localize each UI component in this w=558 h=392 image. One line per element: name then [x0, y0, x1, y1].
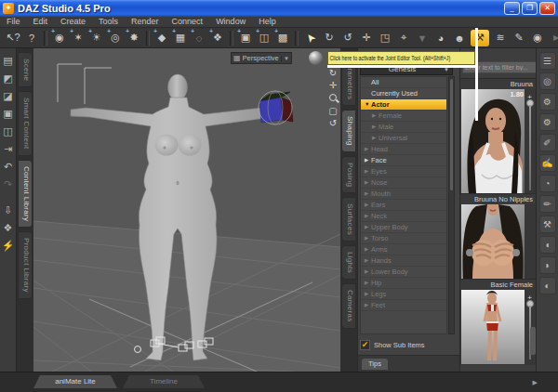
- tab-tips[interactable]: Tips: [362, 359, 388, 370]
- list-item-mouth[interactable]: ▶Mouth: [361, 189, 446, 200]
- tab-shaping[interactable]: Shaping: [341, 110, 356, 151]
- menu-connect[interactable]: Connect: [166, 17, 210, 27]
- new-node-icon[interactable]: ◫: [255, 30, 273, 46]
- shape-thumbnail-basic-female[interactable]: [461, 290, 525, 364]
- list-item-upper-body[interactable]: ▶Upper Body: [361, 222, 446, 233]
- slider-track[interactable]: [529, 105, 531, 190]
- new-figure-icon[interactable]: ▣: [236, 30, 255, 46]
- new-distant-light-icon[interactable]: ✶: [69, 30, 87, 46]
- shape-thumbnail-bruuna-no-nipples[interactable]: [461, 204, 525, 279]
- export-asset-icon[interactable]: ⇩: [1, 202, 16, 219]
- morph-arm-b-icon[interactable]: ◗: [539, 256, 556, 274]
- list-item-male[interactable]: ▶Male: [361, 122, 446, 133]
- shape-card-bruuna[interactable]: Bruuna 1.80: [460, 78, 537, 194]
- new-spotlight-icon[interactable]: ◎: [106, 30, 125, 46]
- 3d-viewport[interactable]: ▦ Perspective View ▼ ↻ ✛ ▢ ↺: [33, 48, 340, 372]
- menu-create[interactable]: Create: [54, 17, 92, 27]
- list-item-female[interactable]: ▶Female: [361, 111, 446, 122]
- new-dformer-icon[interactable]: ❖: [208, 30, 227, 46]
- surface-cone-tool-icon[interactable]: ▼: [413, 30, 432, 46]
- new-file-icon[interactable]: ▤: [1, 52, 16, 70]
- tab-content-library[interactable]: Content Library: [18, 160, 33, 228]
- activity-target-icon[interactable]: ◎: [539, 72, 556, 90]
- save-as-file-icon[interactable]: ◫: [1, 123, 16, 140]
- new-point-light-icon[interactable]: ☀: [87, 30, 106, 46]
- toolbar-overflow-icon[interactable]: ▶: [547, 30, 558, 46]
- list-scrollbar[interactable]: [448, 76, 455, 334]
- tab-lights[interactable]: Lights: [341, 245, 356, 280]
- menu-help[interactable]: Help: [252, 17, 283, 27]
- render-button-icon[interactable]: ◉: [528, 30, 547, 46]
- list-item-eyes[interactable]: ▶Eyes: [361, 166, 446, 177]
- tab-surfaces[interactable]: Surfaces: [341, 197, 356, 242]
- new-group-icon[interactable]: ▦: [171, 30, 190, 46]
- list-item-actor[interactable]: ▼Actor: [361, 99, 446, 111]
- new-prop-icon[interactable]: ▩: [273, 30, 292, 46]
- new-camera-icon[interactable]: ◉: [50, 30, 69, 46]
- list-item-legs[interactable]: ▶Legs: [361, 289, 446, 300]
- send-to-icon[interactable]: ❖: [1, 219, 16, 237]
- import-file-icon[interactable]: ⇥: [1, 140, 16, 158]
- configure-gear-icon[interactable]: ⚙: [539, 93, 556, 111]
- figure-setup-tool-icon[interactable]: ☻: [450, 30, 469, 46]
- merge-file-icon[interactable]: ◪: [1, 87, 16, 105]
- undo-icon[interactable]: ↶: [1, 158, 16, 176]
- list-item-currently-used[interactable]: Currently Used: [361, 88, 446, 99]
- save-file-icon[interactable]: ▣: [1, 105, 16, 123]
- scrollbar-thumb[interactable]: [450, 79, 453, 190]
- shape-thumbnail-bruuna[interactable]: [461, 89, 525, 193]
- zoom-control-icon[interactable]: [329, 94, 337, 101]
- joint-editor-tool-icon[interactable]: ⚒: [471, 30, 489, 46]
- orbit-control-icon[interactable]: ↻: [329, 67, 337, 79]
- weight-map-brush-tool-icon[interactable]: ≋: [491, 30, 510, 46]
- list-item-face[interactable]: ▶Face: [361, 155, 446, 166]
- list-item-arms[interactable]: ▶Arms: [361, 244, 446, 255]
- list-item-universal[interactable]: ▶Universal: [361, 133, 446, 144]
- new-linear-point-light-icon[interactable]: ✸: [125, 30, 143, 46]
- annotate-pencil-icon[interactable]: ✏: [539, 195, 556, 213]
- menu-window[interactable]: Window: [209, 17, 252, 27]
- tab-cameras[interactable]: Cameras: [341, 283, 356, 329]
- view-selector[interactable]: ▦ Perspective View ▼: [231, 52, 292, 64]
- settings-gears-icon[interactable]: ⚙: [539, 113, 556, 131]
- menu-edit[interactable]: Edit: [27, 17, 55, 27]
- world-sphere-icon[interactable]: ◐: [539, 277, 556, 294]
- pan-control-icon[interactable]: ✛: [329, 79, 337, 91]
- list-item-head[interactable]: ▶Head: [361, 144, 446, 155]
- frame-control-icon[interactable]: ▢: [328, 105, 337, 117]
- shape-card-bruuna-no-nipples[interactable]: Bruuna No Nipples: [460, 193, 537, 280]
- tab-animate-lite[interactable]: aniMate Lite: [33, 375, 117, 388]
- close-button[interactable]: ✕: [539, 2, 555, 15]
- reset-view-control-icon[interactable]: ↺: [329, 117, 337, 129]
- whats-this-help-icon[interactable]: ?: [22, 30, 41, 46]
- menu-tools[interactable]: Tools: [92, 17, 125, 27]
- viewport-canvas[interactable]: [33, 48, 340, 372]
- show-sub-items-checkbox[interactable]: ✔: [360, 340, 370, 350]
- dock-options-icon[interactable]: ▶: [533, 379, 538, 386]
- style-pencil-icon[interactable]: ✐: [539, 134, 556, 151]
- list-item-neck[interactable]: ▶Neck: [361, 211, 446, 222]
- geometry-editor-tool-icon[interactable]: ✎: [510, 30, 528, 46]
- menu-file[interactable]: File: [0, 17, 27, 27]
- title-bar[interactable]: ✦ DAZ Studio 4.5 Pro _ ❐ ✕: [0, 0, 558, 17]
- shape-dial-slider[interactable]: +: [525, 94, 535, 190]
- view-cube-gizmo[interactable]: [259, 91, 293, 124]
- morph-arm-a-icon[interactable]: ◖: [539, 236, 556, 254]
- minimize-button[interactable]: _: [504, 2, 520, 15]
- shape-card-basic-female[interactable]: Basic Female: [460, 279, 537, 365]
- chevron-down-icon[interactable]: ▼: [281, 56, 291, 61]
- list-item-torso[interactable]: ▶Torso: [361, 233, 446, 244]
- list-item-nose[interactable]: ▶Nose: [361, 177, 446, 189]
- tool-clamp-icon[interactable]: ⚒: [539, 216, 556, 233]
- pane-menu-icon[interactable]: ☰: [539, 52, 556, 70]
- figure-edit-icon[interactable]: ✍: [539, 154, 556, 172]
- context-help-icon[interactable]: ↖?: [4, 30, 22, 46]
- list-item-ears[interactable]: ▶Ears: [361, 200, 446, 211]
- new-primitive-icon[interactable]: ◆: [153, 30, 171, 46]
- new-null-icon[interactable]: ◌: [190, 30, 208, 46]
- rotate-tool-icon[interactable]: ↻: [320, 30, 339, 46]
- open-file-icon[interactable]: ◩: [1, 70, 16, 87]
- animate-figure-icon[interactable]: ⚡: [1, 237, 16, 255]
- list-item-hip[interactable]: ▶Hip: [361, 278, 446, 289]
- universal-tool-icon[interactable]: ⌖: [394, 30, 413, 46]
